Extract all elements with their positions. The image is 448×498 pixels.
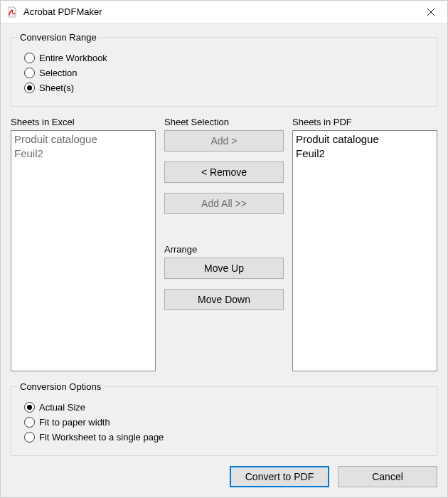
- add-button[interactable]: Add >: [164, 130, 284, 152]
- radio-icon: [24, 402, 35, 413]
- acrobat-icon: [6, 6, 18, 18]
- list-item[interactable]: Produit catalogue: [14, 132, 152, 147]
- radio-label: Actual Size: [39, 402, 85, 413]
- move-up-button[interactable]: Move Up: [164, 258, 284, 279]
- radio-sheets[interactable]: Sheet(s): [24, 83, 428, 93]
- move-down-button[interactable]: Move Down: [164, 289, 284, 310]
- radio-label: Fit to paper width: [39, 417, 110, 428]
- radio-label: Sheet(s): [39, 83, 74, 93]
- titlebar: Acrobat PDFMaker: [1, 1, 447, 23]
- transfer-controls: Sheet Selection Add > < Remove Add All >…: [164, 117, 284, 371]
- excel-list-column: Sheets in Excel Produit catalogue Feuil2: [11, 117, 156, 371]
- radio-icon: [24, 417, 35, 428]
- window-title: Acrobat PDFMaker: [23, 6, 415, 17]
- radio-fit-width[interactable]: Fit to paper width: [24, 417, 428, 428]
- radio-icon: [24, 432, 35, 443]
- radio-icon: [24, 83, 35, 93]
- radio-label: Fit Worksheet to a single page: [39, 432, 164, 443]
- pdfmaker-dialog: Acrobat PDFMaker Conversion Range Entire…: [0, 0, 448, 498]
- radio-icon: [24, 53, 35, 63]
- radio-fit-page[interactable]: Fit Worksheet to a single page: [24, 432, 428, 443]
- conversion-range-legend: Conversion Range: [17, 32, 100, 43]
- radio-actual-size[interactable]: Actual Size: [24, 402, 428, 413]
- add-all-button[interactable]: Add All >>: [164, 193, 284, 214]
- conversion-options-legend: Conversion Options: [17, 381, 104, 392]
- list-item[interactable]: Produit catalogue: [296, 132, 434, 147]
- list-item[interactable]: Feuil2: [296, 147, 434, 161]
- radio-label: Selection: [39, 68, 77, 78]
- sheet-transfer-panel: Sheets in Excel Produit catalogue Feuil2…: [11, 117, 437, 371]
- cancel-button[interactable]: Cancel: [338, 466, 437, 487]
- radio-icon: [24, 68, 35, 78]
- pdf-list-column: Sheets in PDF Produit catalogue Feuil2: [292, 117, 437, 371]
- pdf-list-label: Sheets in PDF: [292, 117, 437, 127]
- remove-button[interactable]: < Remove: [164, 161, 284, 183]
- radio-label: Entire Workbook: [39, 53, 107, 63]
- convert-button[interactable]: Convert to PDF: [230, 466, 329, 487]
- sheets-in-pdf-listbox[interactable]: Produit catalogue Feuil2: [292, 130, 437, 371]
- dialog-content: Conversion Range Entire Workbook Selecti…: [1, 23, 447, 497]
- close-button[interactable]: [415, 1, 447, 23]
- conversion-range-group: Conversion Range Entire Workbook Selecti…: [11, 32, 437, 107]
- sheet-selection-legend: Sheet Selection: [164, 117, 284, 127]
- sheets-in-excel-listbox[interactable]: Produit catalogue Feuil2: [11, 130, 156, 371]
- footer-buttons: Convert to PDF Cancel: [11, 466, 437, 487]
- arrange-legend: Arrange: [164, 244, 284, 255]
- radio-selection[interactable]: Selection: [24, 68, 428, 78]
- excel-list-label: Sheets in Excel: [11, 117, 156, 127]
- radio-entire-workbook[interactable]: Entire Workbook: [24, 53, 428, 63]
- list-item[interactable]: Feuil2: [14, 147, 152, 161]
- conversion-options-group: Conversion Options Actual Size Fit to pa…: [11, 381, 437, 456]
